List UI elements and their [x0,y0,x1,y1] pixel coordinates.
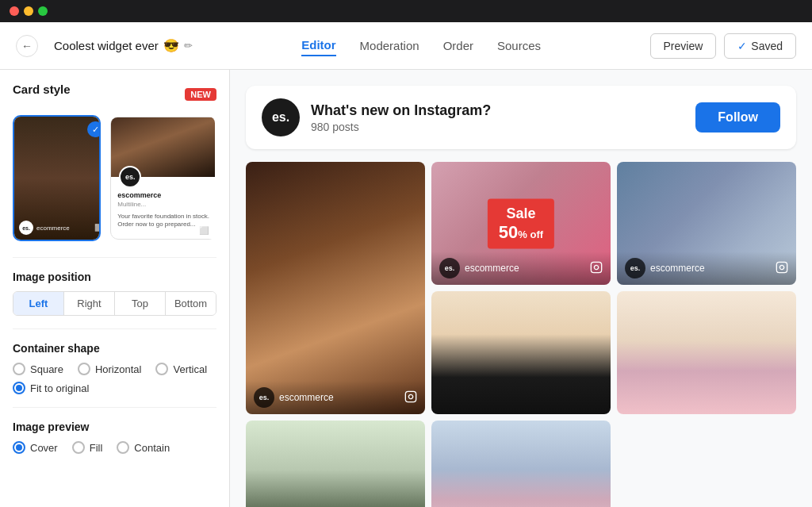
svg-rect-2 [591,262,601,272]
widget-name: What's new on Instagram? [311,102,695,119]
project-title-area: Coolest widget ever 😎 ✏ [54,38,193,53]
grid-logo-face: es. [254,387,274,408]
project-emoji: 😎 [163,38,179,53]
card2-ig-icon: ⬜ [199,226,209,235]
nav-sources[interactable]: Sources [497,36,541,56]
shape-horizontal-label: Horizontal [95,363,142,375]
shape-fit-row: Fit to original [13,382,216,394]
maximize-dot[interactable] [38,6,48,16]
container-shape-section: Container shape Square Horizontal Vertic… [13,342,216,394]
grid-overlay-fashion: es. escommerce [617,252,796,285]
shape-vertical-option[interactable]: Vertical [155,363,207,375]
preview-cover-radio[interactable] [13,441,25,454]
card1-name: ecommerce [36,225,70,232]
pos-right-button[interactable]: Right [64,292,115,315]
back-button[interactable]: ← [16,35,38,57]
preview-cover-label: Cover [30,442,58,454]
shape-fit-label: Fit to original [30,382,89,394]
preview-fill-option[interactable]: Fill [72,441,103,454]
shape-horizontal-radio[interactable] [78,363,90,375]
image-position-section: Image position Left Right Top Bottom [13,271,216,316]
main-nav: Editor Moderation Order Sources [209,35,634,56]
grid-item-flowers[interactable] [617,291,796,414]
grid-item-clothing[interactable]: es. escommerce [246,421,425,507]
card2-handle: Multiline... [117,201,216,208]
preview-fill-label: Fill [90,442,103,454]
shape-fit-option[interactable]: Fit to original [13,382,216,394]
grid-logo-sale: es. [439,258,460,278]
shape-vertical-label: Vertical [173,363,207,375]
card-1-image: ✓ es. ecommerce ⬜ [14,117,101,240]
edit-icon[interactable]: ✏ [184,40,193,52]
pos-left-button[interactable]: Left [13,292,64,315]
grid-item-face[interactable]: es. escommerce [246,162,425,414]
container-shape-inline-options: Square Horizontal Vertical [13,363,216,375]
saved-button[interactable]: ✓ Saved [724,33,796,59]
card2-username: escommerce [117,191,216,199]
shape-fit-radio[interactable] [13,382,25,394]
image-preview-section: Image preview Cover Fill Contain [13,421,216,454]
follow-button[interactable]: Follow [695,102,780,133]
sale-percent: 50% off [499,221,543,242]
pos-bottom-button[interactable]: Bottom [166,292,216,315]
sale-badge: Sale 50% off [488,198,554,248]
close-dot[interactable] [10,6,19,16]
divider-1 [13,257,216,258]
card-style-title: Card style [13,83,71,96]
header: ← Coolest widget ever 😎 ✏ Editor Moderat… [0,22,812,70]
pos-top-button[interactable]: Top [115,292,166,315]
preview-contain-option[interactable]: Contain [117,441,170,454]
shape-vertical-radio[interactable] [155,363,168,375]
image-position-label: Image position [13,271,216,283]
grid-ig-sale [590,261,603,276]
preview-button[interactable]: Preview [650,33,717,59]
preview-contain-radio[interactable] [117,441,129,454]
position-buttons: Left Right Top Bottom [13,291,216,316]
grid-overlay-sale: es. escommerce [431,252,611,285]
nav-order[interactable]: Order [443,36,473,56]
shape-square-radio[interactable] [13,363,25,375]
grid-item-shoes[interactable] [431,291,611,414]
content-area: es. What's new on Instagram? 980 posts F… [230,70,812,507]
svg-rect-4 [776,262,787,272]
main-content: Card style NEW ✓ es. ecommerce ⬜ [0,70,812,507]
grid-item-fashion[interactable]: es. escommerce [617,162,796,285]
shape-square-option[interactable]: Square [13,363,63,375]
grid-item-sale[interactable]: Sale 50% off es. escommerce [431,162,611,285]
grid-overlay-face: es. escommerce [246,381,425,414]
nav-moderation[interactable]: Moderation [360,36,419,56]
divider-3 [13,407,216,408]
grid-name-face: escommerce [279,392,334,403]
card1-footer: es. ecommerce ⬜ [14,216,101,240]
shape-square-label: Square [30,363,63,375]
nav-editor[interactable]: Editor [301,35,335,56]
grid-name-fashion: escommerce [650,263,705,274]
grid-item-girls[interactable]: es. escommerce [431,421,611,507]
preview-contain-label: Contain [134,442,170,454]
sidebar: Card style NEW ✓ es. ecommerce ⬜ [0,70,230,507]
container-shape-label: Container shape [13,342,216,355]
grid-ig-face [404,390,417,405]
project-title: Coolest widget ever [54,39,159,52]
card-2-content: es. escommerce Multiline... Your favorit… [110,117,216,240]
back-icon: ← [21,40,33,52]
divider-2 [13,328,216,329]
card-preview-2[interactable]: es. escommerce Multiline... Your favorit… [109,115,216,241]
card1-ig-icon: ⬜ [94,224,101,232]
header-actions: Preview ✓ Saved [650,33,797,59]
preview-fill-radio[interactable] [72,441,85,454]
grid-ig-fashion [776,261,788,276]
card-preview-1[interactable]: ✓ es. ecommerce ⬜ [13,115,101,241]
image-grid: es. escommerce Sale 50% off es. escommer… [246,162,796,507]
sale-text: Sale [499,205,543,221]
grid-name-sale: escommerce [465,263,519,274]
widget-info: What's new on Instagram? 980 posts [311,102,695,133]
preview-cover-option[interactable]: Cover [13,441,58,454]
titlebar [0,0,812,22]
shape-horizontal-option[interactable]: Horizontal [78,363,142,375]
new-badge: NEW [185,88,216,101]
minimize-dot[interactable] [24,6,33,16]
saved-check-icon: ✓ [737,40,747,52]
saved-label: Saved [751,40,783,52]
widget-header: es. What's new on Instagram? 980 posts F… [246,86,796,149]
